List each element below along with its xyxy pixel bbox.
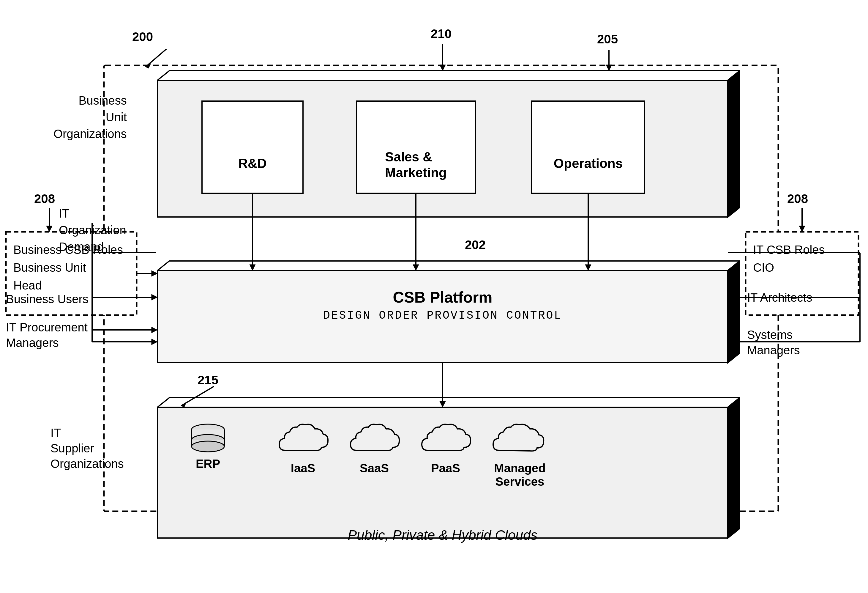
rnd-label: R&D [238, 156, 266, 172]
it-supplier-label: ITSupplierOrganizations [50, 425, 124, 472]
ops-box: Operations [532, 134, 645, 193]
saas-item: SaaS [345, 421, 404, 475]
ref-210: 210 [431, 27, 452, 41]
paas-icon [416, 421, 475, 459]
iaas-label: IaaS [291, 461, 315, 475]
svg-marker-53 [440, 65, 446, 71]
paas-label: PaaS [431, 461, 460, 475]
systems-managers-label: SystemsManagers [747, 327, 800, 358]
svg-marker-51 [146, 63, 151, 68]
svg-point-72 [192, 441, 224, 452]
ref-205: 205 [597, 32, 618, 46]
svg-marker-39 [152, 327, 158, 333]
ref-202: 202 [465, 238, 486, 252]
svg-marker-17 [728, 261, 740, 362]
csb-subtitle: DESIGN ORDER PROVISION CONTROL [158, 309, 728, 322]
managed-item: ManagedServices [487, 421, 552, 488]
it-architects-label: IT Architects [747, 290, 812, 305]
cloud-footer-label: Public, Private & Hybrid Clouds [158, 527, 728, 543]
svg-marker-26 [249, 265, 255, 271]
erp-icon [190, 422, 226, 455]
svg-marker-63 [152, 271, 158, 277]
iaas-item: IaaS [273, 421, 333, 475]
erp-item: ERP [190, 422, 226, 470]
svg-line-19 [158, 398, 169, 407]
svg-line-13 [728, 261, 740, 271]
svg-marker-7 [728, 71, 740, 217]
right-role-text: IT CSB RolesCIO [753, 241, 851, 277]
business-unit-label: BusinessUnitOrganizations [53, 92, 127, 142]
sales-label: Sales &Marketing [385, 149, 447, 181]
svg-marker-28 [413, 265, 419, 271]
rnd-box: R&D [202, 134, 303, 193]
svg-line-4 [728, 207, 740, 217]
csb-title: CSB Platform [158, 288, 728, 306]
svg-line-20 [728, 398, 740, 407]
svg-line-2 [158, 71, 169, 80]
left-role-text: Business CSB RolesBusiness UnitHead [13, 241, 129, 294]
managed-icon [487, 421, 552, 459]
svg-marker-24 [728, 398, 740, 538]
ref-208-left: 208 [34, 192, 55, 206]
paas-item: PaaS [416, 421, 475, 475]
svg-marker-55 [606, 65, 612, 71]
managed-label: ManagedServices [494, 461, 545, 488]
svg-line-3 [728, 71, 740, 80]
csb-platform-box: CSB Platform DESIGN ORDER PROVISION CONT… [158, 288, 728, 322]
svg-line-56 [181, 386, 214, 406]
sales-box: Sales &Marketing [356, 123, 475, 207]
svg-marker-57 [181, 402, 186, 407]
svg-line-21 [728, 528, 740, 538]
svg-line-50 [146, 49, 166, 67]
ref-208-right: 208 [787, 192, 808, 206]
erp-label: ERP [196, 457, 220, 470]
svg-marker-43 [152, 339, 158, 345]
business-users-label: Business Users [6, 291, 89, 307]
diagram: 200 210 205 208 208 202 215 BusinessUnit… [0, 0, 868, 593]
ops-label: Operations [554, 156, 623, 172]
svg-marker-30 [585, 265, 591, 271]
svg-line-12 [158, 261, 169, 271]
svg-marker-59 [46, 226, 52, 232]
saas-label: SaaS [360, 461, 389, 475]
it-procurement-label: IT ProcurementManagers [6, 319, 88, 350]
iaas-icon [273, 421, 333, 459]
svg-line-14 [728, 353, 740, 362]
svg-marker-61 [799, 226, 805, 232]
svg-marker-37 [152, 294, 158, 300]
ref-200: 200 [132, 30, 153, 44]
svg-marker-32 [440, 401, 446, 407]
right-role-box: IT CSB RolesCIO [745, 232, 859, 285]
ref-215: 215 [198, 373, 218, 387]
saas-icon [345, 421, 404, 459]
